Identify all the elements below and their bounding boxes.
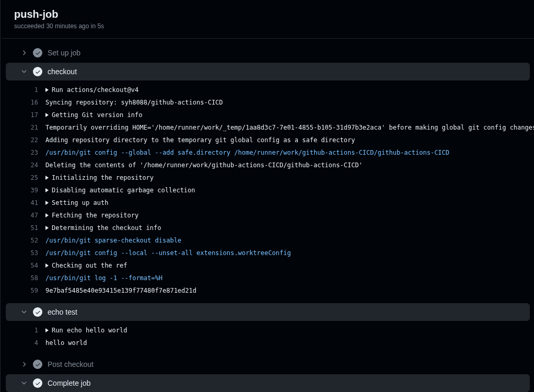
log-text: Getting Git version info [45,110,142,120]
log-line[interactable]: 16Syncing repository: syh8088/github-act… [2,96,534,109]
chevron-right-icon [20,49,28,56]
log-text: Initializing the repository [45,172,154,183]
log-text-content: hello world [45,339,87,347]
log-text: Setting up auth [45,198,108,208]
log-text-content: Deleting the contents of '/home/runner/w… [45,162,363,169]
log-text-content: Syncing repository: syh8088/github-actio… [45,99,223,106]
line-number: 59 [20,285,38,296]
line-number: 54 [20,260,38,271]
log-text: hello world [45,338,87,348]
log-line[interactable]: 599e7baf5485e40e93415e139f77480f7e871ed2… [2,284,534,297]
step: checkout1Run actions/checkout@v416Syncin… [2,63,534,302]
line-number: 1 [20,85,38,95]
log-text: Syncing repository: syh8088/github-actio… [45,97,223,108]
line-number: 39 [20,185,38,195]
log-line[interactable]: 53/usr/bin/git config --local --unset-al… [2,247,534,259]
step-header[interactable]: echo test [6,303,530,321]
log-line[interactable]: 39Disabling automatic garbage collection [2,184,534,197]
log-text-content: /usr/bin/git config --global --add safe.… [45,149,449,156]
check-circle-icon [33,378,42,388]
log-line[interactable]: 23/usr/bin/git config --global --add saf… [2,146,534,159]
log-text: /usr/bin/git config --local --unset-all … [45,248,291,258]
step-header[interactable]: checkout [6,63,530,80]
log-text: Deleting the contents of '/home/runner/w… [45,160,363,170]
step: Complete job1Cleaning up orphan processe… [2,374,534,392]
job-header: push-job succeeded 30 minutes ago in 5s [2,0,534,39]
log-text-content: Getting Git version info [52,111,142,119]
log-text: /usr/bin/git config --global --add safe.… [45,147,449,158]
step-name: Set up job [48,49,80,57]
step-name: echo test [48,308,77,316]
log-line[interactable]: 1Run actions/checkout@v4 [2,84,534,96]
check-circle-icon [33,48,42,57]
log-text: Adding repository directory to the tempo… [45,135,355,145]
fold-caret-icon[interactable] [45,113,49,117]
fold-caret-icon[interactable] [45,88,49,92]
log-text: Determining the checkout info [45,223,161,233]
line-number: 4 [20,338,38,348]
log-line[interactable]: 58/usr/bin/git log -1 --format=%H [2,272,534,284]
log-line[interactable]: 41Setting up auth [2,197,534,209]
log-text-content: Determining the checkout info [52,224,161,232]
step-name: Post checkout [48,360,94,368]
log-line[interactable]: 24Deleting the contents of '/home/runner… [2,159,534,171]
check-circle-icon [33,67,42,76]
log-text-content: Initializing the repository [52,174,154,181]
step: Set up job [2,44,534,62]
check-circle-icon [33,307,42,317]
fold-caret-icon[interactable] [45,176,49,180]
log-line[interactable]: 52/usr/bin/git sparse-checkout disable [2,234,534,247]
line-number: 58 [20,273,38,283]
log-text: Fetching the repository [45,210,138,221]
check-circle-icon [33,360,42,369]
log-text-content: Temporarily overriding HOME='/home/runne… [45,124,534,131]
line-number: 21 [20,122,38,133]
log-line[interactable]: 21Temporarily overriding HOME='/home/run… [2,121,534,134]
line-number: 53 [20,248,38,258]
chevron-down-icon [20,68,28,75]
steps-list: Set up jobcheckout1Run actions/checkout@… [2,39,534,392]
log-line[interactable]: 1Run echo hello world [2,324,534,337]
line-number: 1 [20,325,38,336]
log-line[interactable]: 47Fetching the repository [2,209,534,222]
line-number: 52 [20,235,38,246]
fold-caret-icon[interactable] [45,188,49,192]
log-text: Temporarily overriding HOME='/home/runne… [45,122,534,133]
log-text-content: Setting up auth [52,199,108,206]
log-line[interactable]: 4hello world [2,337,534,349]
fold-caret-icon[interactable] [45,226,49,230]
log-text-content: Run echo hello world [52,327,127,334]
log-text-content: Run actions/checkout@v4 [52,86,138,94]
log-text-content: Adding repository directory to the tempo… [45,136,355,144]
fold-caret-icon[interactable] [45,201,49,205]
step-header[interactable]: Set up job [6,44,530,62]
log-line[interactable]: 54Checking out the ref [2,259,534,272]
fold-caret-icon[interactable] [45,263,49,268]
fold-caret-icon[interactable] [45,213,49,217]
line-number: 16 [20,97,38,108]
line-number: 47 [20,210,38,221]
log-text: Run echo hello world [45,325,127,336]
step: echo test1Run echo hello world4hello wor… [2,303,534,354]
log-line[interactable]: 22Adding repository directory to the tem… [2,134,534,146]
fold-caret-icon[interactable] [45,328,49,332]
log-text: Run actions/checkout@v4 [45,85,138,95]
line-number: 23 [20,147,38,158]
chevron-down-icon [20,379,28,387]
step: Post checkout [2,355,534,373]
log-line[interactable]: 17Getting Git version info [2,109,534,121]
log-line[interactable]: 25Initializing the repository [2,171,534,184]
log-line[interactable]: 51Determining the checkout info [2,222,534,234]
line-number: 24 [20,160,38,170]
log-lines: 1Run actions/checkout@v416Syncing reposi… [2,82,534,302]
step-header[interactable]: Complete job [6,374,530,392]
step-header[interactable]: Post checkout [6,355,530,373]
log-text: Checking out the ref [45,260,127,271]
log-text-content: Fetching the repository [52,212,138,219]
job-status-line: succeeded 30 minutes ago in 5s [14,22,521,30]
step-name: checkout [48,67,77,76]
log-text: /usr/bin/git sparse-checkout disable [45,235,181,246]
line-number: 25 [20,172,38,183]
line-number: 41 [20,198,38,208]
log-text-content: Checking out the ref [52,262,127,269]
